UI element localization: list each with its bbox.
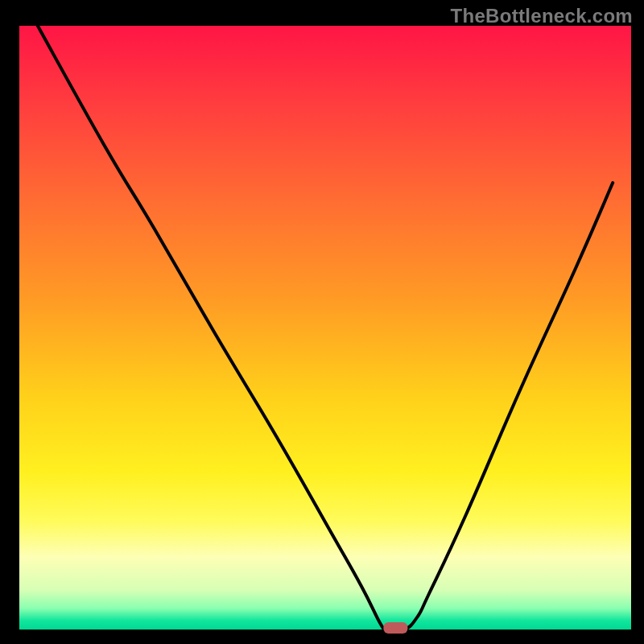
gradient-background: [19, 26, 631, 630]
optimal-marker: [383, 622, 407, 634]
bottleneck-chart: [0, 0, 644, 644]
watermark-text: TheBottleneck.com: [451, 5, 633, 27]
chart-container: TheBottleneck.com: [0, 0, 644, 644]
